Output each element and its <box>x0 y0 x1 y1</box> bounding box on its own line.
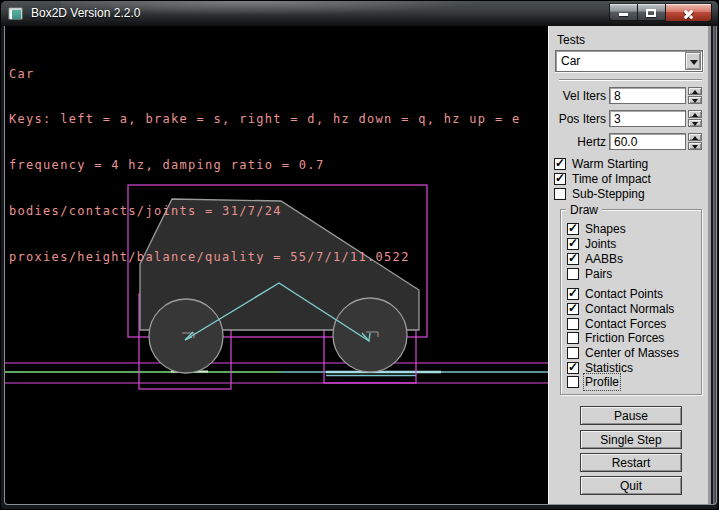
pos-iters-row: Pos Iters <box>549 110 709 127</box>
checkbox-label: Contact Forces <box>585 317 666 331</box>
checkbox-box[interactable]: ✓ <box>567 347 579 359</box>
debug-text-overlay: Car Keys: left = a, brake = s, right = d… <box>9 36 520 296</box>
checkbox-label: Statistics <box>585 361 633 375</box>
quit-button[interactable]: Quit <box>580 476 682 495</box>
test-title-text: Car <box>9 67 520 82</box>
title-bar[interactable]: Box2D Version 2.2.0 <box>1 1 719 26</box>
checkbox-label: Contact Points <box>585 287 663 301</box>
control-panel: Tests Car Vel Iters Pos Iters <box>548 26 711 504</box>
checkbox-box[interactable]: ✓ <box>567 288 579 300</box>
checkbox-box[interactable]: ✓ <box>554 173 566 185</box>
minimize-icon <box>619 13 628 16</box>
checkbox-label: Center of Masses <box>585 346 679 360</box>
hertz-spinner <box>688 133 702 150</box>
spinner-up-button[interactable] <box>688 110 702 118</box>
checkbox-box[interactable]: ✓ <box>554 158 566 170</box>
separator <box>559 79 702 81</box>
app-icon-screen <box>12 10 21 19</box>
maximize-button[interactable] <box>638 3 666 21</box>
tests-dropdown-value: Car <box>561 53 580 69</box>
checkbox-label: Sub-Stepping <box>572 187 645 201</box>
checkbox-label: Pairs <box>585 267 612 281</box>
hertz-input[interactable] <box>609 133 686 150</box>
check-icon: ✓ <box>568 251 578 265</box>
checkbox-label: Contact Normals <box>585 302 674 316</box>
checkbox-box[interactable]: ✓ <box>567 362 579 374</box>
window-title: Box2D Version 2.2.0 <box>31 1 140 26</box>
vel-iters-row: Vel Iters <box>549 87 709 104</box>
check-icon: ✓ <box>568 360 578 374</box>
check-icon: ✓ <box>568 236 578 250</box>
checkbox-label: Shapes <box>585 222 626 236</box>
checkbox-label: Profile <box>585 375 619 389</box>
checkbox-box[interactable]: ✓ <box>567 238 579 250</box>
spinner-down-button[interactable] <box>688 96 702 104</box>
hertz-label: Hertz <box>551 135 606 149</box>
draw-group-legend: Draw <box>566 203 602 217</box>
proxies-stats-text: proxies/height/balance/quality = 55/7/1/… <box>9 250 520 265</box>
checkbox-box[interactable]: ✓ <box>567 318 579 330</box>
pause-button[interactable]: Pause <box>580 406 682 425</box>
minimize-button[interactable] <box>609 3 638 21</box>
simulation-canvas[interactable]: Car Keys: left = a, brake = s, right = d… <box>5 26 548 504</box>
checkbox-box[interactable]: ✓ <box>567 253 579 265</box>
vel-iters-input[interactable] <box>609 87 686 104</box>
hertz-row: Hertz <box>549 133 709 150</box>
close-button[interactable] <box>666 3 712 22</box>
checkbox-box[interactable]: ✓ <box>554 188 566 200</box>
check-icon: ✓ <box>568 286 578 300</box>
single-step-button[interactable]: Single Step <box>580 430 682 449</box>
draw-group: Draw ✓ Shapes ✓ Joints ✓ AABBs ✓ Pairs ✓… <box>560 209 702 395</box>
vel-iters-label: Vel Iters <box>551 89 606 103</box>
arrow-up-icon <box>692 136 698 140</box>
tests-dropdown[interactable]: Car <box>555 50 703 72</box>
spinner-up-button[interactable] <box>688 87 702 95</box>
close-icon <box>683 8 694 19</box>
checkbox-label: Friction Forces <box>585 331 664 345</box>
pos-iters-spinner <box>688 110 702 127</box>
checkbox-box[interactable]: ✓ <box>567 223 579 235</box>
pos-iters-input[interactable] <box>609 110 686 127</box>
checkbox-box[interactable]: ✓ <box>567 332 579 344</box>
restart-button[interactable]: Restart <box>580 453 682 472</box>
checkbox-label: AABBs <box>585 252 623 266</box>
vel-iters-spinner <box>688 87 702 104</box>
check-icon: ✓ <box>555 156 565 170</box>
check-icon: ✓ <box>568 221 578 235</box>
app-window: Box2D Version 2.2.0 <box>0 0 719 510</box>
spinner-up-button[interactable] <box>688 133 702 141</box>
arrow-down-icon <box>692 122 698 126</box>
check-icon: ✓ <box>568 301 578 315</box>
app-icon <box>8 7 23 20</box>
dropdown-button[interactable] <box>685 52 701 70</box>
window-frame-edge <box>713 26 716 504</box>
bodies-stats-text: bodies/contacts/joints = 31/7/24 <box>9 204 520 219</box>
pos-iters-label: Pos Iters <box>551 112 606 126</box>
checkbox-label: Time of Impact <box>572 172 651 186</box>
checkbox-label: Joints <box>585 237 616 251</box>
frequency-text: frequency = 4 hz, damping ratio = 0.7 <box>9 158 520 173</box>
car-rear-wheel <box>149 299 223 373</box>
checkbox-label: Warm Starting <box>572 157 648 171</box>
chevron-down-icon <box>690 60 698 65</box>
checkbox-box[interactable]: ✓ <box>567 376 579 388</box>
arrow-up-icon <box>692 113 698 117</box>
checkbox-box[interactable]: ✓ <box>567 268 579 280</box>
tests-label: Tests <box>557 33 585 47</box>
spinner-down-button[interactable] <box>688 119 702 127</box>
check-icon: ✓ <box>555 171 565 185</box>
arrow-up-icon <box>692 90 698 94</box>
spinner-down-button[interactable] <box>688 142 702 150</box>
window-controls <box>609 3 712 22</box>
maximize-icon <box>646 9 656 17</box>
arrow-down-icon <box>692 99 698 103</box>
arrow-down-icon <box>692 145 698 149</box>
checkbox-box[interactable]: ✓ <box>567 303 579 315</box>
keys-help-text: Keys: left = a, brake = s, right = d, hz… <box>9 112 520 127</box>
